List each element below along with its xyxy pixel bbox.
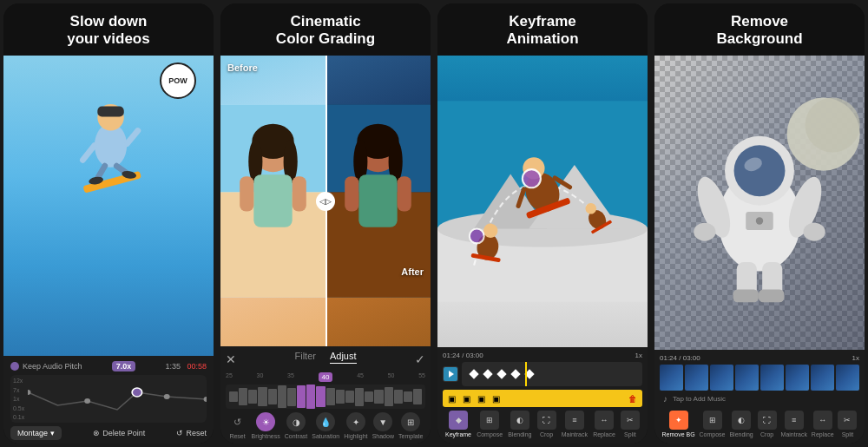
- panel4-image: [654, 56, 865, 350]
- yellow-clip-block[interactable]: ▣ ▣ ▣ ▣ 🗑: [443, 390, 642, 407]
- timeline-track[interactable]: [462, 362, 642, 386]
- compose-icon-p4: ⊞: [703, 411, 722, 430]
- waveform-bar-active: [306, 385, 315, 409]
- reset-icon-btn[interactable]: ↺: [228, 412, 247, 431]
- clip-icon-2: ▣: [463, 394, 470, 404]
- after-image: [326, 56, 431, 346]
- svg-line-5: [127, 131, 138, 144]
- music-add-row[interactable]: ♪ Tap to Add Music: [660, 394, 859, 404]
- blending-icon-p4: ◐: [732, 411, 751, 430]
- audio-pitch-dot: [10, 362, 19, 371]
- clip-icon-delete[interactable]: 🗑: [628, 394, 637, 404]
- speed-graph-line: [28, 375, 207, 423]
- astronaut-scene: [654, 56, 865, 350]
- shadow-icon-btn[interactable]: ▼: [373, 412, 392, 431]
- panel4-controls: 01:24 / 03:00 1x ♪ Tap to Add Music ✦ Re…: [654, 350, 865, 444]
- toolbar-remove-bg[interactable]: ✦ Remove BG: [661, 411, 694, 437]
- highlight-icon-btn[interactable]: ✦: [346, 412, 365, 431]
- panel-remove-bg: Remove Background: [654, 3, 865, 444]
- panel2-controls: ✕ Filter Adjust ✓ 25 30 35 40 45 50 55: [220, 346, 431, 444]
- waveform[interactable]: [226, 385, 425, 409]
- audio-pitch-label: Keep Audio Pitch: [10, 362, 82, 371]
- toolbar-crop-p4[interactable]: ⛶ Crop: [758, 411, 777, 437]
- slider-numbers: 25 30 35 40 45 50 55: [226, 372, 425, 382]
- clip-icon-3: ▣: [477, 394, 485, 404]
- filmstrip-cell: [685, 365, 708, 391]
- confirm-button[interactable]: ✓: [415, 352, 425, 366]
- waveform-bar: [258, 387, 266, 406]
- panel4-header: Remove Background: [654, 3, 865, 56]
- toolbar-split[interactable]: ✂ Split: [621, 411, 640, 437]
- svg-line-6: [97, 166, 104, 178]
- waveform-bar: [248, 390, 257, 403]
- montage-button[interactable]: Montage ▾: [10, 426, 62, 440]
- panel-keyframe: Keyframe Animation: [437, 3, 648, 444]
- waveform-bar: [374, 390, 383, 404]
- waveform-bar-active: [316, 386, 325, 407]
- panel3-controls: 01:24 / 03:00 1x ▣ ▣ ▣ ▣: [437, 347, 648, 444]
- diamond-marker: [510, 369, 520, 378]
- svg-rect-69: [759, 289, 784, 302]
- panel4-title-line2: Background: [716, 30, 802, 48]
- panel2-image: ◁▷ Before After: [220, 56, 431, 346]
- panel2-title-line2: Color Grading: [276, 30, 375, 48]
- waveform-bar: [239, 388, 247, 405]
- graph-labels: 12x 7x 1x 0.5x 0.1x: [13, 375, 24, 423]
- reset-icon: ↺: [176, 429, 183, 437]
- panel1-image: POW: [3, 56, 214, 356]
- waveform-bar: [268, 389, 277, 404]
- before-after: ◁▷ Before After: [220, 56, 431, 346]
- tab-adjust[interactable]: Adjust: [330, 351, 357, 364]
- toolbar-blending-p4[interactable]: ◐ Blending: [729, 411, 753, 437]
- toolbar-maintrack[interactable]: ≡ Maintrack: [562, 411, 588, 437]
- svg-point-45: [523, 169, 541, 187]
- split-icon: ✂: [621, 411, 640, 430]
- saturation-icon-btn[interactable]: 💧: [316, 412, 335, 431]
- timeline-playhead: [525, 362, 527, 386]
- toolbar-replace[interactable]: ↔ Replace: [593, 411, 615, 437]
- template-icon-btn[interactable]: ⊞: [401, 412, 420, 431]
- speed-graph[interactable]: 12x 7x 1x 0.5x 0.1x: [10, 375, 207, 423]
- divider-handle[interactable]: ◁▷: [316, 192, 335, 211]
- active-value: 40: [319, 372, 333, 382]
- remove-bg-icon: ✦: [669, 411, 688, 430]
- toolbar-compose[interactable]: ⊞ Compose: [477, 411, 503, 437]
- panel2-title-line1: Cinematic: [276, 13, 375, 30]
- timeline-row: [443, 362, 642, 386]
- panel2-top-row: ✕ Filter Adjust ✓: [226, 351, 425, 368]
- before-image: [220, 56, 326, 346]
- toolbar-maintrack-p4[interactable]: ≡ Maintrack: [781, 411, 807, 437]
- time-display: 01:24 / 03:00: [443, 352, 483, 359]
- waveform-bar-active: [297, 385, 306, 409]
- filmstrip-cell: [710, 365, 733, 391]
- waveform-bar: [326, 388, 335, 405]
- compose-icon: ⊞: [480, 411, 499, 430]
- toolbar-compose-p4[interactable]: ⊞ Compose: [700, 411, 726, 437]
- reset-button[interactable]: ↺ Reset: [176, 429, 207, 437]
- contrast-icon-btn[interactable]: ◑: [286, 412, 306, 431]
- speed-badge: 7.0x: [112, 361, 136, 371]
- blending-icon: ◐: [510, 411, 529, 430]
- toolbar-blending[interactable]: ◐ Blending: [508, 411, 531, 437]
- delete-point-button[interactable]: ⊗ Delete Point: [93, 429, 145, 437]
- filmstrip-cell: [660, 365, 683, 391]
- toolbar-keyframe[interactable]: ◆ Keyframe: [445, 411, 471, 437]
- panel3-header: Keyframe Animation: [437, 3, 648, 56]
- cancel-button[interactable]: ✕: [226, 352, 236, 366]
- toolbar-replace-p4[interactable]: ↔ Replace: [812, 411, 834, 437]
- maintrack-icon: ≡: [565, 411, 584, 430]
- filmstrip-cell: [811, 365, 834, 391]
- toolbar-split-p4[interactable]: ✂ Split: [838, 411, 857, 437]
- toolbar-crop[interactable]: ⛶ Crop: [537, 411, 556, 437]
- panel1-header: Slow down your videos: [3, 3, 214, 56]
- waveform-bar: [345, 391, 354, 403]
- svg-rect-68: [733, 289, 758, 302]
- keyframe-icon: ◆: [449, 411, 468, 430]
- svg-point-49: [470, 229, 484, 244]
- maintrack-icon-p4: ≡: [785, 411, 804, 430]
- brightness-icon-btn[interactable]: ☀: [256, 412, 275, 431]
- skater-figure: [61, 64, 156, 212]
- tab-filter[interactable]: Filter: [294, 351, 315, 364]
- panel3-background: [437, 56, 648, 347]
- panel4-time-display: 01:24 / 03:00: [660, 354, 700, 362]
